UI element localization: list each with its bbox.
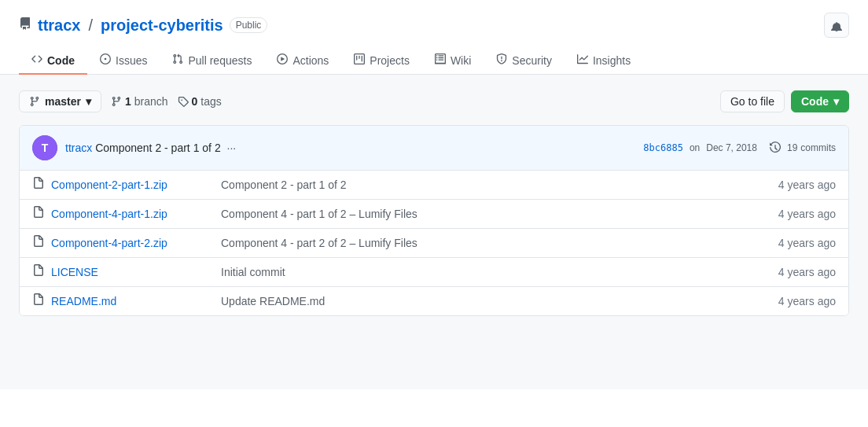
public-badge: Public bbox=[230, 17, 268, 33]
code-chevron: ▾ bbox=[833, 95, 839, 108]
page-wrapper: ttracx / project-cyberitis Public CodeIs… bbox=[0, 0, 868, 427]
file-commit-message: Component 4 - part 2 of 2 – Lumify Files bbox=[208, 237, 757, 249]
file-icon bbox=[32, 264, 45, 280]
file-icon bbox=[32, 235, 45, 251]
repo-name[interactable]: project-cyberitis bbox=[101, 17, 223, 35]
branch-name: master bbox=[45, 95, 81, 108]
file-time: 4 years ago bbox=[757, 179, 836, 191]
file-name[interactable]: LICENSE bbox=[51, 266, 208, 278]
branch-count: 1 bbox=[125, 95, 131, 108]
tab-label: Security bbox=[512, 54, 552, 67]
file-name[interactable]: README.md bbox=[51, 295, 208, 307]
commit-meta: 8bc6885 on Dec 7, 2018 19 commits bbox=[643, 142, 836, 155]
repo-title: ttracx / project-cyberitis Public bbox=[19, 17, 267, 35]
tab-label: Pull requests bbox=[188, 54, 252, 67]
code-label: Code bbox=[801, 95, 829, 108]
commit-date: Dec 7, 2018 bbox=[706, 142, 757, 153]
code-icon bbox=[31, 53, 42, 67]
repo-separator: / bbox=[88, 17, 93, 35]
commits-count: 19 bbox=[787, 142, 797, 153]
repo-header: ttracx / project-cyberitis Public CodeIs… bbox=[0, 0, 868, 75]
file-rows-container: Component-2-part-1.zip Component 2 - par… bbox=[20, 171, 848, 315]
file-row: Component-2-part-1.zip Component 2 - par… bbox=[20, 171, 848, 200]
commit-date-prefix: on bbox=[690, 142, 700, 153]
file-table: T ttracx Component 2 - part 1 of 2 ··· 8… bbox=[19, 125, 849, 316]
file-commit-message: Component 2 - part 1 of 2 bbox=[208, 179, 757, 191]
branch-bar: master ▾ 1 branch 0 tags bbox=[19, 90, 849, 112]
commit-message-text: Component 2 - part 1 of 2 bbox=[95, 142, 221, 154]
file-commit-message: Component 4 - part 1 of 2 – Lumify Files bbox=[208, 208, 757, 220]
commit-author-link[interactable]: ttracx bbox=[65, 142, 92, 154]
commits-link[interactable]: 19 commits bbox=[787, 142, 836, 153]
code-button[interactable]: Code ▾ bbox=[791, 90, 849, 112]
issues-icon bbox=[100, 53, 111, 67]
tab-actions[interactable]: Actions bbox=[264, 47, 341, 75]
branch-label: branch bbox=[134, 95, 168, 108]
tab-label: Projects bbox=[370, 54, 410, 67]
pull-requests-icon bbox=[172, 53, 183, 67]
projects-icon bbox=[354, 53, 365, 67]
commit-dots[interactable]: ··· bbox=[227, 142, 237, 154]
tab-issues[interactable]: Issues bbox=[87, 47, 160, 75]
tab-label: Actions bbox=[292, 54, 329, 67]
file-row: Component-4-part-2.zip Component 4 - par… bbox=[20, 229, 848, 258]
file-icon bbox=[32, 206, 45, 222]
avatar: T bbox=[32, 135, 57, 160]
repo-owner[interactable]: ttracx bbox=[38, 17, 80, 35]
branch-chevron: ▾ bbox=[86, 95, 91, 108]
tab-label: Issues bbox=[116, 54, 147, 67]
file-time: 4 years ago bbox=[757, 237, 836, 249]
commit-message: ttracx Component 2 - part 1 of 2 ··· bbox=[65, 142, 236, 154]
file-time: 4 years ago bbox=[757, 208, 836, 220]
file-commit-message: Initial commit bbox=[208, 266, 757, 278]
insights-icon bbox=[577, 53, 588, 67]
file-icon bbox=[32, 177, 45, 193]
branch-left: master ▾ 1 branch 0 tags bbox=[19, 90, 222, 112]
branch-dropdown[interactable]: master ▾ bbox=[19, 90, 101, 112]
nav-tabs: CodeIssuesPull requestsActionsProjectsWi… bbox=[19, 47, 849, 74]
avatar-image: T bbox=[32, 135, 57, 160]
tab-projects[interactable]: Projects bbox=[341, 47, 422, 75]
main-content: master ▾ 1 branch 0 tags bbox=[0, 75, 868, 389]
commit-header: T ttracx Component 2 - part 1 of 2 ··· 8… bbox=[20, 126, 848, 171]
file-commit-message: Update README.md bbox=[208, 295, 757, 307]
tab-pull-requests[interactable]: Pull requests bbox=[160, 47, 264, 75]
go-to-file-button[interactable]: Go to file bbox=[720, 90, 785, 112]
file-name[interactable]: Component-4-part-2.zip bbox=[51, 237, 208, 249]
wiki-icon bbox=[435, 53, 446, 67]
tab-wiki[interactable]: Wiki bbox=[422, 47, 484, 75]
repo-title-row: ttracx / project-cyberitis Public bbox=[19, 13, 849, 38]
tab-label: Insights bbox=[593, 54, 631, 67]
actions-icon bbox=[277, 53, 288, 67]
file-name[interactable]: Component-2-part-1.zip bbox=[51, 179, 208, 191]
commits-label: commits bbox=[800, 142, 836, 153]
tab-code[interactable]: Code bbox=[19, 47, 87, 75]
file-row: README.md Update README.md 4 years ago bbox=[20, 287, 848, 315]
file-time: 4 years ago bbox=[757, 266, 836, 278]
repo-icon bbox=[19, 17, 31, 33]
tags-count: 0 bbox=[192, 95, 198, 108]
file-name[interactable]: Component-4-part-1.zip bbox=[51, 208, 208, 220]
tab-label: Wiki bbox=[451, 54, 471, 67]
file-time: 4 years ago bbox=[757, 295, 836, 307]
tags-link[interactable]: 0 tags bbox=[178, 95, 222, 108]
branches-link[interactable]: 1 branch bbox=[111, 95, 168, 108]
commit-author: T ttracx Component 2 - part 1 of 2 ··· bbox=[32, 135, 236, 160]
history-icon bbox=[770, 142, 781, 155]
tab-label: Code bbox=[47, 54, 75, 67]
file-icon bbox=[32, 293, 45, 309]
file-row: LICENSE Initial commit 4 years ago bbox=[20, 258, 848, 287]
tab-insights[interactable]: Insights bbox=[565, 47, 643, 75]
commit-hash[interactable]: 8bc6885 bbox=[643, 142, 683, 153]
branch-right: Go to file Code ▾ bbox=[720, 90, 849, 112]
tab-security[interactable]: Security bbox=[484, 47, 565, 75]
tags-label: tags bbox=[200, 95, 221, 108]
file-row: Component-4-part-1.zip Component 4 - par… bbox=[20, 200, 848, 229]
security-icon bbox=[496, 53, 507, 67]
bell-button[interactable] bbox=[824, 13, 849, 38]
